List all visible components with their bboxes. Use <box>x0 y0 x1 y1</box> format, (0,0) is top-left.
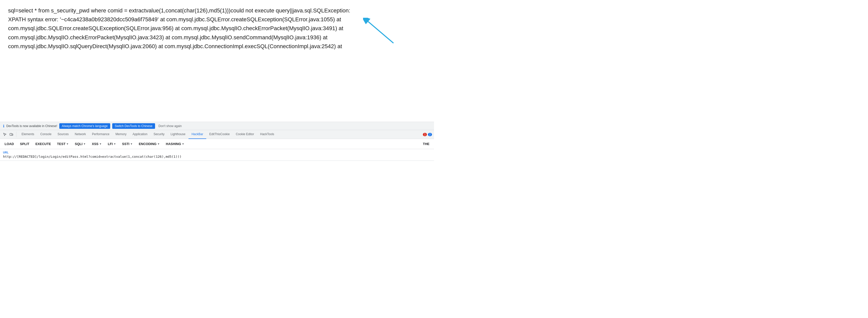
devtools-icons <box>2 132 17 137</box>
error-badge: 1 <box>423 133 427 136</box>
ssti-dropdown-arrow: ▼ <box>130 143 133 145</box>
tab-cookie-editor[interactable]: Cookie Editor <box>233 130 257 139</box>
xss-button[interactable]: XSS ▼ <box>89 140 104 148</box>
arrow-annotation <box>363 18 396 47</box>
url-label: URL <box>3 151 431 154</box>
load-button[interactable]: LOAD <box>2 140 17 148</box>
svg-rect-3 <box>12 134 13 136</box>
execute-button[interactable]: EXECUTE <box>33 140 54 148</box>
xss-dropdown-arrow: ▼ <box>99 143 102 145</box>
tab-badges: 1 2 <box>423 133 432 136</box>
url-section: URL <box>0 149 434 161</box>
hackbar-toolbar: LOAD SPLIT EXECUTE TEST ▼ SQLI ▼ XSS ▼ L… <box>0 139 434 149</box>
tab-sources[interactable]: Sources <box>55 130 72 139</box>
encoding-dropdown-arrow: ▼ <box>157 143 160 145</box>
warning-badge: 2 <box>428 133 432 136</box>
tab-security[interactable]: Security <box>151 130 167 139</box>
hashing-button[interactable]: HASHING ▼ <box>163 140 187 148</box>
tab-lighthouse[interactable]: Lighthouse <box>167 130 188 139</box>
tab-hackbar[interactable]: HackBar <box>188 130 206 139</box>
sqli-button[interactable]: SQLI ▼ <box>72 140 88 148</box>
svg-line-1 <box>368 22 394 43</box>
tab-memory[interactable]: Memory <box>113 130 129 139</box>
error-text: sql=select * from s_security_pwd where c… <box>8 6 363 51</box>
tab-performance[interactable]: Performance <box>89 130 113 139</box>
lfi-dropdown-arrow: ▼ <box>114 143 116 145</box>
language-bar: ℹ DevTools is now available in Chinese! … <box>0 122 434 130</box>
tab-hacktools[interactable]: HackTools <box>257 130 277 139</box>
hashing-dropdown-arrow: ▼ <box>182 143 184 145</box>
lfi-button[interactable]: LFI ▼ <box>105 140 118 148</box>
info-icon: ℹ <box>3 124 4 128</box>
ssti-button[interactable]: SSTI ▼ <box>120 140 135 148</box>
tab-console[interactable]: Console <box>37 130 55 139</box>
devtools-tab-bar: Elements Console Sources Network Perform… <box>0 130 434 139</box>
tab-application[interactable]: Application <box>129 130 151 139</box>
test-button[interactable]: TEST ▼ <box>55 140 71 148</box>
tab-elements[interactable]: Elements <box>19 130 37 139</box>
device-toggle-icon[interactable] <box>9 132 14 137</box>
test-dropdown-arrow: ▼ <box>66 143 69 145</box>
tab-network[interactable]: Network <box>72 130 89 139</box>
tab-editthiscookie[interactable]: EditThisCookie <box>206 130 233 139</box>
encoding-button[interactable]: ENCODING ▼ <box>136 140 162 148</box>
main-content: sql=select * from s_security_pwd where c… <box>0 0 434 122</box>
the-button[interactable]: THE <box>420 140 432 148</box>
dont-show-again-button[interactable]: Don't show again <box>157 124 183 128</box>
sqli-dropdown-arrow: ▼ <box>83 143 86 145</box>
split-button[interactable]: SPLIT <box>18 140 32 148</box>
switch-devtools-language-button[interactable]: Switch DevTools to Chinese <box>112 123 155 129</box>
url-input[interactable] <box>3 155 431 158</box>
language-bar-text: DevTools is now available in Chinese! <box>6 124 57 128</box>
svg-rect-2 <box>10 134 12 136</box>
cursor-icon[interactable] <box>2 132 8 137</box>
always-match-language-button[interactable]: Always match Chrome's language <box>59 123 110 129</box>
